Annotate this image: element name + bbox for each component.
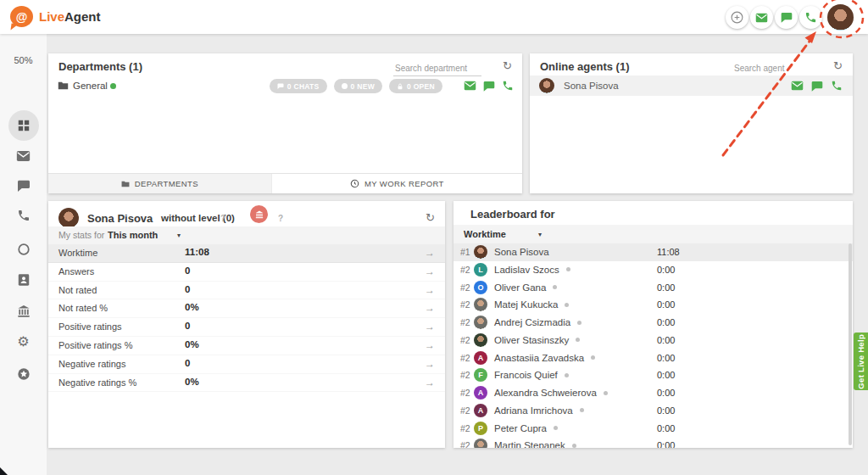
stat-row[interactable]: Answers 0 → bbox=[48, 263, 445, 282]
gear-icon: ⚙ bbox=[17, 335, 29, 349]
work-report-panel: Sona Pisova without level (0) ? ? ↻ My s… bbox=[48, 201, 445, 448]
leaderboard-row[interactable]: #2 L Ladislav Szocs 0:00 bbox=[453, 261, 853, 279]
sidebar-item-dashboard[interactable] bbox=[0, 110, 47, 141]
agent-avatar bbox=[58, 208, 79, 228]
sidebar-item-calls[interactable] bbox=[0, 200, 47, 231]
chat-icon bbox=[781, 12, 793, 23]
stat-row[interactable]: Negative ratings % 0% → bbox=[48, 374, 445, 393]
mail-icon[interactable] bbox=[791, 81, 804, 91]
stat-value: 0% bbox=[185, 302, 199, 312]
worktime-value: 0:00 bbox=[657, 440, 675, 448]
bank-icon bbox=[255, 210, 264, 219]
chat-icon[interactable] bbox=[483, 81, 495, 92]
row-arrow-icon[interactable]: → bbox=[425, 358, 435, 370]
help-icon[interactable]: ? bbox=[220, 214, 225, 223]
stat-value: 0 bbox=[185, 265, 190, 276]
chat-icon[interactable] bbox=[811, 81, 823, 92]
chevron-down-icon[interactable]: ▾ bbox=[177, 232, 181, 239]
status-dot bbox=[565, 373, 569, 377]
refresh-icon[interactable]: ↻ bbox=[426, 212, 435, 223]
tab-my-work-report[interactable]: MY WORK REPORT bbox=[271, 174, 522, 193]
leaderboard-row[interactable]: #2 Andrej Csizmadia 0:00 bbox=[453, 314, 853, 332]
stat-row[interactable]: Positive ratings 0 → bbox=[48, 318, 445, 337]
department-search-input[interactable] bbox=[393, 61, 481, 76]
avatar bbox=[474, 333, 487, 347]
new-badge: 0 NEW bbox=[334, 79, 382, 93]
rank-label: #2 bbox=[460, 317, 470, 327]
stat-label: Not rated bbox=[58, 285, 97, 295]
sidebar-item-chats[interactable] bbox=[0, 170, 47, 201]
row-arrow-icon[interactable]: → bbox=[425, 321, 435, 332]
mail-icon bbox=[755, 13, 768, 23]
tab-departments[interactable]: DEPARTMENTS bbox=[48, 174, 271, 193]
avatar: P bbox=[474, 422, 487, 435]
status-dot bbox=[566, 267, 570, 271]
row-arrow-icon[interactable]: → bbox=[425, 284, 435, 296]
liveagent-logo[interactable]: @ LiveAgent bbox=[10, 6, 101, 27]
row-arrow-icon[interactable]: → bbox=[425, 339, 435, 351]
phone-icon[interactable] bbox=[831, 80, 843, 92]
chat-icon bbox=[277, 83, 284, 89]
row-arrow-icon[interactable]: → bbox=[425, 265, 435, 277]
stat-value: 11:08 bbox=[185, 247, 209, 257]
rank-label: #2 bbox=[460, 282, 470, 293]
row-arrow-icon[interactable]: → bbox=[425, 377, 435, 388]
help-icon[interactable]: ? bbox=[278, 214, 283, 223]
refresh-icon[interactable]: ↻ bbox=[833, 60, 843, 71]
department-row[interactable]: General 0 CHATS 0 NEW 0 OPEN bbox=[48, 76, 522, 96]
agent-search-input[interactable] bbox=[732, 61, 814, 76]
sidebar-item-settings[interactable]: ⚙ bbox=[0, 327, 47, 357]
leaderboard-row[interactable]: #2 Martin Stepanek 0:00 bbox=[453, 437, 853, 448]
worktime-value: 0:00 bbox=[657, 388, 675, 398]
stat-row[interactable]: Not rated 0 → bbox=[48, 282, 445, 300]
leaderboard-row[interactable]: #2 A Anastasiia Zavadska 0:00 bbox=[453, 349, 853, 367]
rank-label: #2 bbox=[460, 299, 470, 310]
stat-row[interactable]: Negative ratings 0 → bbox=[48, 355, 445, 374]
new-ticket-button[interactable] bbox=[726, 6, 748, 29]
agent-name: Peter Cupra bbox=[494, 423, 547, 433]
sidebar-item-online-status[interactable] bbox=[0, 234, 47, 265]
leaderboard-row[interactable]: #2 O Oliver Gana 0:00 bbox=[453, 279, 853, 297]
chats-badge: 0 CHATS bbox=[270, 79, 327, 93]
worktime-value: 0:00 bbox=[657, 265, 675, 275]
call-button[interactable] bbox=[799, 6, 822, 29]
leaderboard-row[interactable]: #2 Matej Kukucka 0:00 bbox=[453, 296, 853, 314]
status-dot bbox=[577, 321, 581, 325]
scrollbar[interactable] bbox=[849, 243, 852, 445]
agent-name: Anastasiia Zavadska bbox=[494, 353, 584, 363]
metric-dropdown[interactable]: Worktime bbox=[464, 229, 506, 239]
rank-label: #1 bbox=[460, 247, 470, 257]
leaderboard-row[interactable]: #2 A Adriana Imrichova 0:00 bbox=[453, 402, 853, 420]
sidebar-item-knowledgebase[interactable] bbox=[0, 296, 47, 327]
user-avatar[interactable] bbox=[827, 4, 854, 31]
mail-button[interactable] bbox=[750, 6, 773, 29]
mail-icon[interactable] bbox=[464, 81, 476, 91]
sidebar-item-addons[interactable] bbox=[0, 359, 47, 389]
department-name: General bbox=[73, 81, 108, 91]
chevron-down-icon[interactable]: ▾ bbox=[538, 231, 542, 238]
sidebar-item-customers[interactable] bbox=[0, 265, 47, 295]
leaderboard-row[interactable]: #2 A Alexandra Schweierova 0:00 bbox=[453, 384, 853, 402]
stat-value: 0 bbox=[185, 284, 190, 294]
leaderboard-panel: Leaderboard for Worktime ▾ #1 Sona Pisov… bbox=[453, 201, 853, 448]
phone-icon[interactable] bbox=[502, 80, 514, 92]
leaderboard-row[interactable]: #2 Oliver Stasinszky 0:00 bbox=[453, 332, 853, 349]
agent-name: Oliver Stasinszky bbox=[494, 335, 569, 345]
row-arrow-icon[interactable]: → bbox=[425, 302, 435, 314]
row-arrow-icon[interactable]: → bbox=[425, 247, 435, 259]
get-live-help-button[interactable]: Get Live Help bbox=[854, 332, 868, 390]
departments-panel: Departments (1) ↻ General 0 CHATS 0 NEW … bbox=[48, 53, 522, 193]
agent-row[interactable]: Sona Pisova bbox=[530, 75, 853, 96]
stat-row[interactable]: Worktime 11:08 → bbox=[48, 244, 445, 263]
refresh-icon[interactable]: ↻ bbox=[503, 60, 512, 71]
stat-row[interactable]: Not rated % 0% → bbox=[48, 299, 445, 318]
sidebar-item-tickets[interactable] bbox=[0, 141, 47, 171]
leaderboard-row[interactable]: #2 P Peter Cupra 0:00 bbox=[453, 420, 853, 438]
period-dropdown[interactable]: This month bbox=[108, 230, 158, 240]
leaderboard-row[interactable]: #2 F Francois Quief 0:00 bbox=[453, 366, 853, 384]
worktime-value: 0:00 bbox=[657, 423, 675, 433]
leaderboard-row[interactable]: #1 Sona Pisova 11:08 bbox=[453, 243, 853, 261]
avatar: L bbox=[474, 263, 487, 277]
stat-row[interactable]: Positive ratings % 0% → bbox=[48, 337, 445, 355]
chat-button[interactable] bbox=[775, 6, 798, 29]
